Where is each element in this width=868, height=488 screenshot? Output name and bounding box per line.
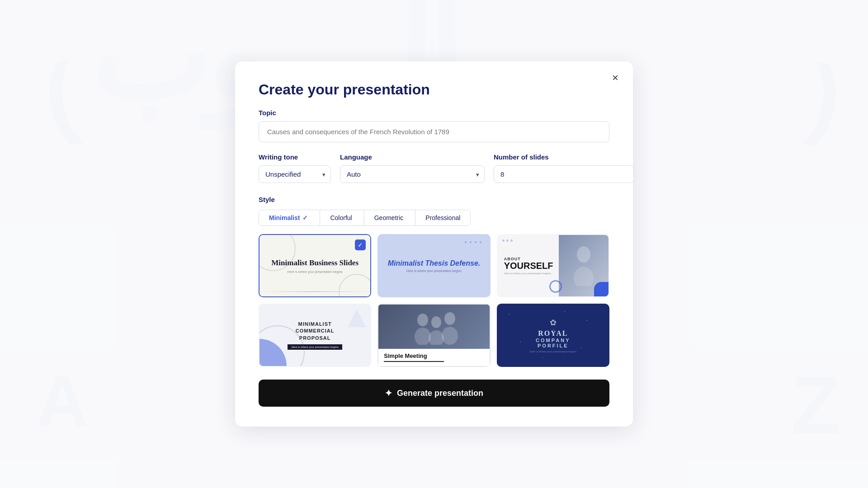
t3-circle-deco	[549, 280, 562, 293]
t6-content: ✿ ROYAL COMPANY PORFILE Here is where yo…	[524, 312, 582, 358]
t6-crown-icon: ✿	[529, 318, 576, 328]
num-slides-group: Number of slides	[494, 153, 634, 183]
svg-point-2	[417, 314, 428, 326]
svg-point-3	[415, 328, 431, 345]
t1-arc2-deco	[339, 274, 370, 296]
tab-professional[interactable]: Professional	[415, 210, 470, 225]
t2-title: Minimalist Thesis Defense.	[388, 259, 481, 267]
template-6-inner: ✿ ROYAL COMPANY PORFILE Here is where yo…	[498, 305, 609, 366]
generate-btn-label: Generate presentation	[397, 389, 483, 398]
language-select[interactable]: Auto English French Spanish Arabic	[340, 165, 485, 183]
tab-colorful[interactable]: Colorful	[320, 210, 362, 225]
t2-content: Minimalist Thesis Defense. Here is where…	[383, 255, 485, 277]
t1-deco-line	[259, 291, 370, 292]
template-royal-company[interactable]: ✿ ROYAL COMPANY PORFILE Here is where yo…	[497, 304, 609, 367]
modal: × Create your presentation Topic Writing…	[235, 61, 633, 427]
svg-point-0	[577, 246, 590, 263]
tab-geometric[interactable]: Geometric	[364, 210, 414, 225]
svg-point-1	[574, 267, 594, 286]
template-simple-meeting[interactable]: Simple Meeting	[377, 304, 490, 367]
template-thesis-defense[interactable]: Minimalist Thesis Defense. Here is where…	[377, 234, 490, 297]
t6-royal-label: ROYAL	[529, 329, 576, 338]
template-5-inner: Simple Meeting	[378, 304, 490, 366]
template-about-yourself[interactable]: ABOUT YOURSELF Here is where your presen…	[497, 234, 609, 297]
modal-overlay: × Create your presentation Topic Writing…	[0, 0, 868, 488]
template-1-inner: Minimalist Business Slides Here is where…	[259, 235, 370, 296]
t3-yourself-label: YOURSELF	[504, 261, 553, 270]
svg-point-7	[442, 327, 458, 345]
t5-meeting-title: Simple Meeting	[384, 352, 484, 359]
svg-point-6	[444, 312, 455, 325]
topic-input[interactable]	[259, 121, 609, 142]
template-3-inner: ABOUT YOURSELF Here is where your presen…	[498, 235, 609, 296]
close-button[interactable]: ×	[609, 70, 622, 85]
tab-minimalist[interactable]: Minimalist ✓	[259, 210, 318, 225]
t2-dots-deco	[465, 241, 483, 243]
template-commercial-proposal[interactable]: MINIMALISTCOMMERCIALPROPOSAL Here is whe…	[259, 304, 371, 367]
t4-tri-deco	[348, 309, 366, 327]
t6-subtitle: Here is where your presentation begins	[529, 350, 576, 353]
t6-porfile-label: PORFILE	[529, 343, 576, 348]
num-slides-label: Number of slides	[494, 153, 634, 161]
generate-button[interactable]: ✦ Generate presentation	[259, 380, 609, 407]
t6-company-label: COMPANY	[529, 338, 576, 343]
template-minimalist-business[interactable]: Minimalist Business Slides Here is where…	[259, 234, 371, 297]
t2-subtitle: Here is where your presentation begins	[388, 269, 481, 272]
topic-label: Topic	[259, 109, 609, 117]
template-4-inner: MINIMALISTCOMMERCIALPROPOSAL Here is whe…	[259, 305, 370, 366]
templates-grid: Minimalist Business Slides Here is where…	[259, 234, 609, 367]
language-label: Language	[340, 153, 485, 161]
writing-tone-select[interactable]: Unspecified Formal Informal Persuasive I…	[259, 165, 331, 183]
style-tabs: Minimalist ✓ Colorful Geometric Professi…	[259, 210, 471, 226]
writing-tone-label: Writing tone	[259, 153, 331, 161]
writing-tone-wrapper: Unspecified Formal Informal Persuasive I…	[259, 165, 331, 183]
num-slides-input[interactable]	[494, 165, 634, 183]
writing-tone-group: Writing tone Unspecified Formal Informal…	[259, 153, 331, 183]
language-group: Language Auto English French Spanish Ara…	[340, 153, 485, 183]
style-label: Style	[259, 196, 609, 203]
t3-blue-quarter-circle	[594, 282, 609, 296]
t1-check-badge: ✓	[355, 239, 366, 250]
wand-icon: ✦	[385, 388, 392, 399]
t5-meeting-photo	[378, 305, 489, 349]
t1-subtitle: Here is where your presentation begins	[271, 270, 359, 273]
modal-title: Create your presentation	[259, 81, 609, 98]
template-2-inner: Minimalist Thesis Defense. Here is where…	[378, 235, 489, 296]
svg-point-4	[431, 316, 441, 328]
t5-bottom-area: Simple Meeting	[378, 349, 489, 364]
minimalist-check-icon: ✓	[302, 214, 308, 221]
t5-divider-line	[384, 361, 444, 362]
svg-point-5	[429, 330, 444, 345]
language-wrapper: Auto English French Spanish Arabic ▾	[340, 165, 485, 183]
t3-subtitle: Here is where your presentation begins	[504, 272, 551, 275]
